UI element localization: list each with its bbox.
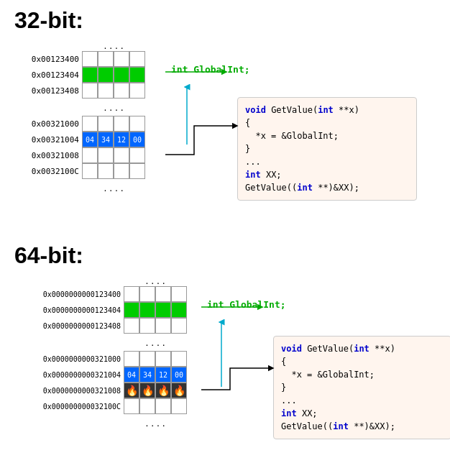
mem-cell: [139, 318, 155, 334]
mem-grid: [82, 116, 145, 132]
mem-cell: [129, 116, 145, 132]
mem-grid: 🔥 🔥 🔥 🔥: [124, 383, 187, 398]
mem-cell: [114, 147, 129, 163]
mem-grid: [124, 318, 187, 334]
mem-grid: [124, 302, 187, 318]
mem-cell: [139, 351, 155, 367]
mem-cell-flame: 🔥: [171, 383, 187, 398]
mem-cell-blue-34: 34: [139, 367, 155, 383]
mem-cell: [171, 351, 187, 367]
mem-grid: [82, 83, 145, 99]
mem-cell: [114, 83, 129, 99]
mem-label-wide: 0x0000000000321008: [14, 387, 121, 395]
section-title-64bit: 64-bit:: [14, 242, 436, 269]
mem-label-wide: 0x0000000000123408: [14, 322, 121, 330]
mem-row-32bit-1: 0x00123404: [14, 67, 145, 83]
mem-cell: [98, 83, 114, 99]
mem-row-32bit-b3: 0x0032100C: [14, 163, 145, 179]
mem-cell: [82, 116, 98, 132]
mem-cell: [98, 147, 114, 163]
mem-cell: [82, 83, 98, 99]
mem-cell-blue-04: 04: [82, 132, 98, 147]
mem-row-64bit-0: 0x0000000000123400: [14, 286, 187, 302]
mem-cell-green: [124, 302, 139, 318]
mem-cell: [124, 286, 139, 302]
mem-cell: [124, 318, 139, 334]
mem-cell: [98, 51, 114, 67]
dots-top-64bit: . . . .: [124, 275, 187, 286]
mem-cell-green: [171, 302, 187, 318]
section-64bit: 64-bit: . . . . 0x0000000000123400 0x000…: [14, 242, 436, 476]
mem-label: 0x00321004: [14, 135, 79, 145]
mem-cell: [155, 318, 171, 334]
mem-cell: [171, 398, 187, 414]
mem-cell-green: [82, 67, 98, 83]
mem-cell-blue-12: 12: [155, 367, 171, 383]
mem-cell-blue-34: 34: [98, 132, 114, 147]
dots-mid-32bit: . . . .: [82, 101, 145, 113]
dots-bot-64bit: . . . .: [124, 417, 187, 429]
mem-grid: [82, 51, 145, 67]
mem-grid: [124, 351, 187, 367]
mem-cell: [82, 51, 98, 67]
mem-cell: [139, 286, 155, 302]
mem-label-wide: 0x0000000000123404: [14, 306, 121, 314]
mem-row-64bit-b0: 0x0000000000321000: [14, 351, 187, 367]
arrow-svg-64bit-cyan: [214, 315, 286, 401]
mem-row-32bit-b1: 0x00321004 04 34 12 00: [14, 132, 145, 147]
mem-row-64bit-2: 0x0000000000123408: [14, 318, 187, 334]
dots-bot-32bit: . . . .: [82, 182, 145, 193]
mem-cell: [114, 116, 129, 132]
mem-label: 0x00321008: [14, 151, 79, 160]
mem-label: 0x00123408: [14, 86, 79, 96]
memory-top-32bit: . . . . 0x00123400 0x00123404: [14, 40, 145, 193]
mem-cell: [139, 398, 155, 414]
mem-row-32bit-2: 0x00123408: [14, 83, 145, 99]
mem-cell: [124, 351, 139, 367]
mem-cell: [129, 83, 145, 99]
code-box-64bit: void GetValue(int **x) { *x = &GlobalInt…: [273, 336, 450, 439]
mem-cell-green: [98, 67, 114, 83]
mem-row-64bit-1: 0x0000000000123404: [14, 302, 187, 318]
mem-row-32bit-0: 0x00123400: [14, 51, 145, 67]
mem-label-wide: 0x0000000000321004: [14, 371, 121, 379]
mem-grid: 04 34 12 00: [124, 367, 187, 383]
mem-label: 0x00321000: [14, 119, 79, 129]
arrow-svg-32bit-cyan: [180, 80, 252, 159]
dots-top-32bit: . . . .: [82, 40, 145, 51]
mem-cell-blue-00: 00: [171, 367, 187, 383]
mem-cell: [82, 163, 98, 179]
mem-row-64bit-b1: 0x0000000000321004 04 34 12 00: [14, 367, 187, 383]
mem-cell: [171, 286, 187, 302]
mem-cell-flame: 🔥: [155, 383, 171, 398]
mem-label-wide: 0x0000000000321000: [14, 355, 121, 363]
mem-row-64bit-b2: 0x0000000000321008 🔥 🔥 🔥 🔥: [14, 383, 187, 398]
mem-cell: [129, 147, 145, 163]
mem-cell-green: [129, 67, 145, 83]
mem-label: 0x00123404: [14, 70, 79, 80]
mem-grid: [82, 163, 145, 179]
mem-cell: [155, 351, 171, 367]
mem-label: 0x00123400: [14, 55, 79, 64]
mem-cell: [171, 318, 187, 334]
mem-cell-blue-12: 12: [114, 132, 129, 147]
dots-mid-64bit: . . . .: [124, 337, 187, 348]
mem-cell: [114, 163, 129, 179]
mem-label-wide: 0x000000000032100C: [14, 403, 121, 411]
mem-cell: [82, 147, 98, 163]
mem-cell: [114, 51, 129, 67]
mem-cell: [155, 286, 171, 302]
mem-cell: [98, 116, 114, 132]
mem-grid: 04 34 12 00: [82, 132, 145, 147]
mem-grid: [124, 398, 187, 414]
mem-cell-flame: 🔥: [139, 383, 155, 398]
memory-top-64bit: . . . . 0x0000000000123400 0x00000000001…: [14, 275, 187, 429]
mem-grid: [124, 286, 187, 302]
mem-label: 0x0032100C: [14, 167, 79, 176]
mem-cell: [124, 398, 139, 414]
section-32bit: 32-bit: . . . . 0x00123400 0x00123404: [14, 7, 436, 234]
mem-cell-green: [139, 302, 155, 318]
mem-label-wide: 0x0000000000123400: [14, 290, 121, 298]
mem-cell: [98, 163, 114, 179]
mem-cell-green: [114, 67, 129, 83]
